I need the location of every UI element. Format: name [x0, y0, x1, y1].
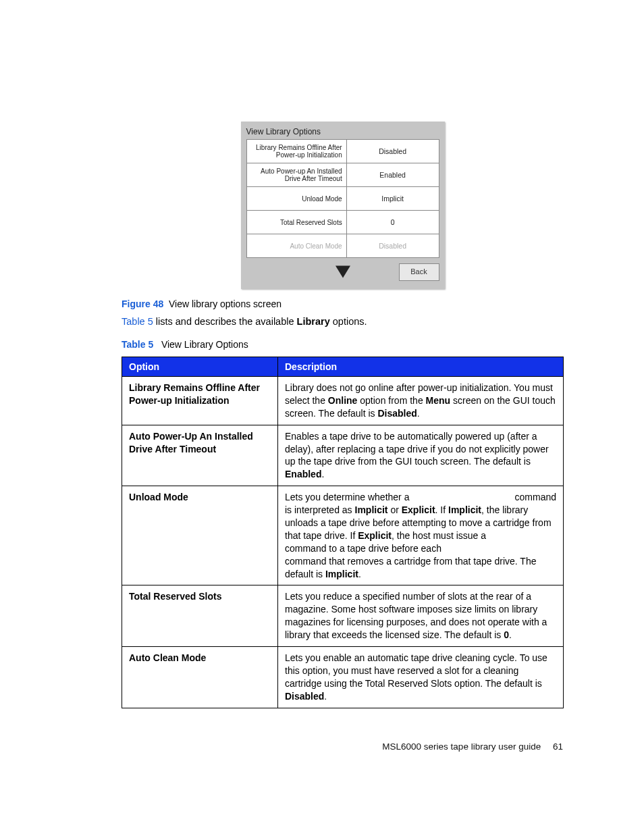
back-button[interactable]: Back	[399, 263, 439, 281]
table-row: Library Remains Offline After Power-up I…	[122, 377, 564, 425]
option-value[interactable]: Enabled	[346, 163, 439, 187]
page-footer: MSL6000 series tape library user guide 6…	[382, 741, 563, 752]
option-row: Auto Clean Mode Disabled	[246, 234, 439, 258]
table-label: Table 5	[122, 339, 153, 350]
library-options-panel: View Library Options Library Remains Off…	[241, 122, 445, 289]
table-title: View Library Options	[161, 339, 248, 350]
description-cell: Library does not go online after power-u…	[278, 377, 564, 425]
body-paragraph: Table 5 lists and describes the availabl…	[122, 316, 564, 327]
option-cell: Auto Clean Mode	[122, 647, 278, 708]
library-options-table: Option Description Library Remains Offli…	[122, 357, 564, 708]
header-description: Description	[278, 357, 564, 377]
table-row: Auto Clean Mode Lets you enable an autom…	[122, 647, 564, 708]
panel-footer: Back	[246, 258, 439, 284]
option-label: Auto Clean Mode	[246, 234, 346, 258]
description-cell: Enables a tape drive to be automatically…	[278, 425, 564, 486]
option-row: Auto Power-up An Installed Drive After T…	[246, 163, 439, 187]
figure-text: View library options screen	[169, 298, 281, 309]
table-caption: Table 5 View Library Options	[122, 339, 564, 350]
option-label: Total Reserved Slots	[246, 211, 346, 234]
description-cell: Lets you enable an automatic tape drive …	[278, 647, 564, 708]
option-row: Total Reserved Slots 0	[246, 211, 439, 234]
scroll-down-icon[interactable]	[334, 264, 352, 280]
option-cell: Library Remains Offline After Power-up I…	[122, 377, 278, 425]
table-row: Total Reserved Slots Lets you reduce a s…	[122, 585, 564, 647]
option-row: Unload Mode Implicit	[246, 187, 439, 211]
option-value[interactable]: Implicit	[346, 187, 439, 211]
option-cell: Auto Power-Up An Installed Drive After T…	[122, 425, 278, 486]
description-cell: Lets you reduce a specified number of sl…	[278, 585, 564, 647]
svg-marker-0	[336, 265, 350, 278]
table-row: Unload Mode Lets you determine whether a…	[122, 486, 564, 585]
figure-label: Figure 48	[122, 298, 163, 309]
option-value[interactable]: Disabled	[346, 140, 439, 163]
option-value: Disabled	[346, 234, 439, 258]
table-row: Auto Power-Up An Installed Drive After T…	[122, 425, 564, 486]
option-cell: Unload Mode	[122, 486, 278, 585]
options-list: Library Remains Offline After Power-up I…	[246, 139, 439, 258]
option-label: Library Remains Offline After Power-up I…	[246, 140, 346, 163]
table-header-row: Option Description	[122, 357, 564, 377]
table-reference-link[interactable]: Table 5	[122, 316, 153, 327]
option-cell: Total Reserved Slots	[122, 585, 278, 647]
description-cell: Lets you determine whether a command is …	[278, 486, 564, 585]
library-options-screenshot: View Library Options Library Remains Off…	[241, 122, 445, 289]
header-option: Option	[122, 357, 278, 377]
figure-caption: Figure 48 View library options screen	[122, 298, 564, 309]
page-content: View Library Options Library Remains Off…	[122, 122, 564, 708]
footer-title: MSL6000 series tape library user guide	[382, 741, 541, 752]
option-label: Auto Power-up An Installed Drive After T…	[246, 163, 346, 187]
page-number: 61	[553, 741, 563, 752]
option-row: Library Remains Offline After Power-up I…	[246, 140, 439, 163]
option-value[interactable]: 0	[346, 211, 439, 234]
panel-title: View Library Options	[246, 127, 439, 136]
option-label: Unload Mode	[246, 187, 346, 211]
